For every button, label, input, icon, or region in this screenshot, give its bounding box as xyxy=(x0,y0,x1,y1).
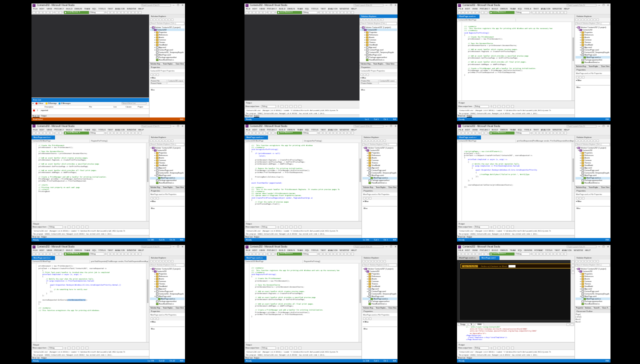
output-tool-icon[interactable] xyxy=(285,346,288,350)
menu-item[interactable]: SQL xyxy=(518,128,522,131)
menu-item[interactable]: HELP xyxy=(564,8,570,10)
toolbar-button[interactable] xyxy=(135,252,138,256)
toolbar-button[interactable] xyxy=(337,252,340,256)
toolbar-button[interactable] xyxy=(564,252,567,256)
props-category[interactable]: ▾ Misc xyxy=(576,200,610,203)
toolbar-button[interactable] xyxy=(334,252,336,256)
menu-item[interactable]: WINDOW xyxy=(127,8,136,10)
bottom-tab[interactable]: Error List xyxy=(246,115,252,117)
start-debug-button[interactable]: Local Machine ▾ xyxy=(490,11,514,14)
designer-tool-icon[interactable] xyxy=(572,264,574,267)
toolbar-button[interactable] xyxy=(118,132,120,134)
xaml-editor[interactable]: <!-- xmlns:local="using:Contacts202" xml… xyxy=(457,326,574,342)
props-tool-icon[interactable] xyxy=(156,318,159,320)
redo-icon[interactable] xyxy=(484,11,488,14)
se-tool-icon[interactable] xyxy=(584,140,587,142)
toolbar-button[interactable] xyxy=(124,252,128,256)
menu-item[interactable]: VIEW xyxy=(472,249,478,252)
toolbar-button[interactable] xyxy=(351,252,354,256)
toolbar-button[interactable] xyxy=(121,132,124,134)
maximize-button[interactable]: ☐ xyxy=(177,246,180,248)
output-source-combo[interactable]: Debug xyxy=(474,105,489,108)
menu-item[interactable]: VIEW xyxy=(472,8,478,10)
output-tool-icon[interactable] xyxy=(290,226,292,228)
pin-icon[interactable] xyxy=(392,136,394,138)
open-icon[interactable] xyxy=(43,252,46,256)
designer-tool-icon[interactable] xyxy=(572,260,574,264)
panel-tab[interactable]: Team E… xyxy=(594,307,601,309)
maximize-button[interactable]: ☐ xyxy=(177,125,180,128)
panel-tab[interactable]: Class View xyxy=(176,63,184,65)
toolbar-button[interactable] xyxy=(554,132,556,134)
menu-item[interactable]: EDIT xyxy=(252,249,258,252)
close-icon[interactable] xyxy=(182,257,184,259)
tree-node[interactable]: ▾Solution 'Contacts202' (1 project) xyxy=(576,147,610,150)
minimize-button[interactable]: – xyxy=(172,246,175,248)
se-tool-icon[interactable] xyxy=(380,140,383,142)
toolbar-button[interactable] xyxy=(344,132,347,134)
output-tool-icon[interactable] xyxy=(285,226,288,228)
se-tool-icon[interactable] xyxy=(590,18,593,21)
start-debug-button[interactable]: Local Machine ▾ xyxy=(64,252,89,256)
props-category[interactable]: ▾ Misc xyxy=(362,200,397,203)
start-debug-button[interactable]: Local Machine ▾ xyxy=(490,252,514,256)
menu-item[interactable]: BUILD xyxy=(279,249,286,252)
toolbar-button[interactable] xyxy=(554,252,556,256)
fwd-icon[interactable] xyxy=(36,132,39,134)
toolbar-button[interactable] xyxy=(546,11,550,14)
se-tool-icon[interactable] xyxy=(159,260,162,262)
props-tool-icon[interactable] xyxy=(366,318,368,320)
output-tool-icon[interactable] xyxy=(298,105,302,108)
close-button[interactable]: ✕ xyxy=(607,4,610,6)
se-tool-icon[interactable] xyxy=(381,18,384,21)
menu-item[interactable]: FILE xyxy=(33,8,38,10)
menu-item[interactable]: WINDOW xyxy=(340,128,349,131)
panel-tab[interactable]: Properties xyxy=(576,307,584,309)
solution-search-input[interactable]: Search Solution Explorer (Ctrl+;) xyxy=(150,22,184,25)
minimize-button[interactable]: – xyxy=(598,246,600,248)
toolbar-button[interactable] xyxy=(107,132,110,134)
se-tool-icon[interactable] xyxy=(372,260,374,262)
panel-tab[interactable]: Solution Exp… xyxy=(363,307,374,309)
menu-item[interactable]: WINDOW xyxy=(552,8,562,10)
toolbar-button[interactable] xyxy=(330,132,333,134)
fwd-icon[interactable] xyxy=(249,132,252,134)
output-tool-icon[interactable] xyxy=(511,105,514,108)
menu-item[interactable]: ANALYZE xyxy=(328,8,338,10)
fwd-icon[interactable] xyxy=(36,11,39,14)
se-tool-icon[interactable] xyxy=(578,140,581,142)
toolbar-button[interactable] xyxy=(340,252,344,256)
pin-icon[interactable] xyxy=(604,16,606,18)
panel-tab[interactable]: Team Explor… xyxy=(588,66,600,68)
menu-item[interactable]: EDIT xyxy=(252,8,258,10)
fwd-icon[interactable] xyxy=(462,132,464,134)
se-tool-icon[interactable] xyxy=(590,260,593,262)
redo-icon[interactable] xyxy=(272,11,274,14)
minimize-button[interactable]: – xyxy=(385,4,388,6)
new-icon[interactable] xyxy=(40,252,42,256)
menu-item[interactable]: BUILD xyxy=(66,8,72,10)
output-tool-icon[interactable] xyxy=(502,346,505,350)
toolbar-button[interactable] xyxy=(323,11,326,14)
toolbar-button[interactable] xyxy=(124,11,128,14)
scrollbar[interactable] xyxy=(358,143,362,222)
menu-item[interactable]: SQL xyxy=(92,8,96,10)
toolbar-button[interactable] xyxy=(132,132,134,134)
props-tool-icon[interactable] xyxy=(363,197,366,200)
back-icon[interactable] xyxy=(458,252,461,256)
menu-item[interactable]: SQL xyxy=(92,128,96,131)
open-icon[interactable] xyxy=(256,252,259,256)
se-tool-icon[interactable] xyxy=(156,18,158,21)
tree-node[interactable]: ▾Solution 'Contacts202' (1 project) xyxy=(362,147,397,150)
se-tool-icon[interactable] xyxy=(380,260,383,262)
menu-item[interactable]: EDIT xyxy=(466,249,470,252)
menu-item[interactable]: SQL xyxy=(518,8,522,10)
quick-launch-input[interactable]: Quick Launch (Ctrl+Q) xyxy=(566,4,596,6)
quick-launch-input[interactable]: Quick Launch (Ctrl+Q) xyxy=(141,4,171,6)
tree-node[interactable]: RizzoBookDetail.cs xyxy=(576,182,610,184)
tree-node[interactable]: ▾Solution 'Contacts202' (1 project) xyxy=(150,268,184,270)
context-member[interactable]: UnregisterForPrinting() xyxy=(303,140,362,142)
toolbar-button[interactable] xyxy=(536,11,539,14)
panel-tab[interactable]: Team Explor… xyxy=(588,186,600,188)
se-tool-icon[interactable] xyxy=(378,260,380,262)
